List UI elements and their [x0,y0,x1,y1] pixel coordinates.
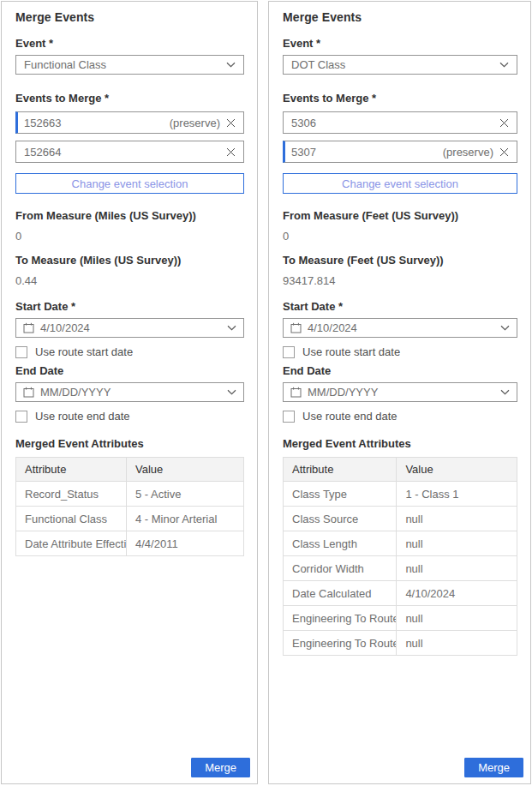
attribute-cell: Class Length [284,531,397,556]
table-row: Engineering To Route ... null [284,631,517,656]
preserve-tag: (preserve) [443,146,493,159]
start-date-value: 4/10/2024 [308,321,495,334]
event-select-value: DOT Class [291,58,494,71]
merged-event-attributes-table: Attribute Value Class Type 1 - Class 1 C… [283,457,517,656]
value-cell: null [397,556,517,581]
table-row: Corridor Width null [284,556,517,581]
event-select[interactable]: Functional Class [15,55,244,75]
from-measure-label: From Measure (Miles (US Survey)) [15,209,244,222]
value-cell: 1 - Class 1 [397,482,517,507]
table-row: Engineering To RouteID null [284,606,517,631]
value-cell: null [397,507,517,531]
event-to-merge-input[interactable]: 152664 [15,141,244,163]
use-route-start-date-label: Use route start date [35,345,133,358]
use-route-end-date-row: Use route end date [15,410,244,423]
table-header-row: Attribute Value [16,458,244,482]
end-date-picker[interactable]: MM/DD/YYYY [283,382,517,402]
event-id-value: 5306 [291,117,493,129]
use-route-end-date-row: Use route end date [283,410,517,423]
table-row: Class Type 1 - Class 1 [284,482,517,507]
use-route-start-date-checkbox[interactable] [15,346,27,358]
to-measure-value: 93417.814 [283,274,517,287]
table-header-row: Attribute Value [284,458,517,482]
page-title: Merge Events [15,10,244,24]
chevron-down-icon [227,325,236,331]
preserve-tag: (preserve) [170,117,220,129]
event-id-value: 152663 [24,117,170,129]
end-date-value: MM/DD/YYYY [308,386,495,399]
use-route-start-date-row: Use route start date [15,345,244,358]
use-route-start-date-row: Use route start date [283,345,517,358]
merge-events-workspace: Merge Events Event * Functional Class Ev… [0,0,532,786]
event-to-merge-input[interactable]: 152663 (preserve) [15,111,244,134]
value-cell: 4/4/2011 [127,531,244,556]
merge-button[interactable]: Merge [191,758,250,777]
column-header-attribute: Attribute [16,458,127,482]
attribute-cell: Date Calculated [284,581,397,606]
end-date-picker[interactable]: MM/DD/YYYY [15,382,244,402]
chevron-down-icon [500,325,510,331]
end-date-label: End Date [15,364,244,377]
attribute-cell: Engineering To Route ... [284,631,397,656]
use-route-start-date-label: Use route start date [302,345,400,358]
to-measure-value: 0.44 [15,274,244,287]
chevron-down-icon [226,62,236,68]
table-row: Record_Status 5 - Active [16,482,244,507]
event-id-value: 5307 [291,146,443,159]
merged-event-attributes-title: Merged Event Attributes [283,437,517,450]
close-icon[interactable] [226,118,236,128]
start-date-label: Start Date * [15,300,244,313]
use-route-end-date-checkbox[interactable] [15,411,27,423]
attribute-cell: Functional Class [16,507,127,531]
close-icon[interactable] [499,118,509,128]
value-cell: null [397,631,517,656]
attribute-cell: Record_Status [16,482,127,507]
end-date-label: End Date [283,364,517,377]
column-header-value: Value [127,458,244,482]
column-header-value: Value [397,458,517,482]
use-route-start-date-checkbox[interactable] [283,346,295,358]
start-date-picker[interactable]: 4/10/2024 [15,318,244,338]
merge-button[interactable]: Merge [464,758,523,777]
events-to-merge-label: Events to Merge * [283,92,517,105]
events-to-merge-label: Events to Merge * [15,92,244,105]
from-measure-label: From Measure (Feet (US Survey)) [283,209,517,222]
calendar-icon [23,322,34,333]
merge-events-panel-left: Merge Events Event * Functional Class Ev… [1,1,258,784]
page-title: Merge Events [283,10,517,24]
close-icon[interactable] [226,147,236,157]
end-date-value: MM/DD/YYYY [40,386,222,399]
table-row: Date Calculated 4/10/2024 [284,581,517,606]
event-to-merge-input[interactable]: 5306 [283,111,517,134]
use-route-end-date-label: Use route end date [35,410,130,423]
start-date-picker[interactable]: 4/10/2024 [283,318,517,338]
table-row: Class Source null [284,507,517,531]
table-row: Functional Class 4 - Minor Arterial [16,507,244,531]
use-route-end-date-label: Use route end date [302,410,398,423]
attribute-cell: Corridor Width [284,556,397,581]
attribute-cell: Class Type [284,482,397,507]
start-date-label: Start Date * [283,300,517,313]
event-select[interactable]: DOT Class [283,55,517,75]
change-event-selection-button[interactable]: Change event selection [283,173,517,194]
attribute-cell: Class Source [284,507,397,531]
to-measure-label: To Measure (Feet (US Survey)) [283,254,517,267]
close-icon[interactable] [499,147,509,157]
table-row: Class Length null [284,531,517,556]
calendar-icon [23,387,34,398]
event-to-merge-input[interactable]: 5307 (preserve) [283,141,517,163]
attribute-cell: Engineering To RouteID [284,606,397,631]
table-row: Date Attribute Effective 4/4/2011 [16,531,244,556]
change-event-selection-button[interactable]: Change event selection [15,173,244,194]
chevron-down-icon [227,389,236,395]
event-label: Event * [283,37,517,50]
chevron-down-icon [500,389,510,395]
value-cell: null [397,531,517,556]
from-measure-value: 0 [283,230,517,243]
calendar-icon [290,322,302,333]
use-route-end-date-checkbox[interactable] [283,411,295,423]
attribute-cell: Date Attribute Effective [16,531,127,556]
from-measure-value: 0 [15,230,244,243]
value-cell: null [397,606,517,631]
value-cell: 4/10/2024 [397,581,517,606]
